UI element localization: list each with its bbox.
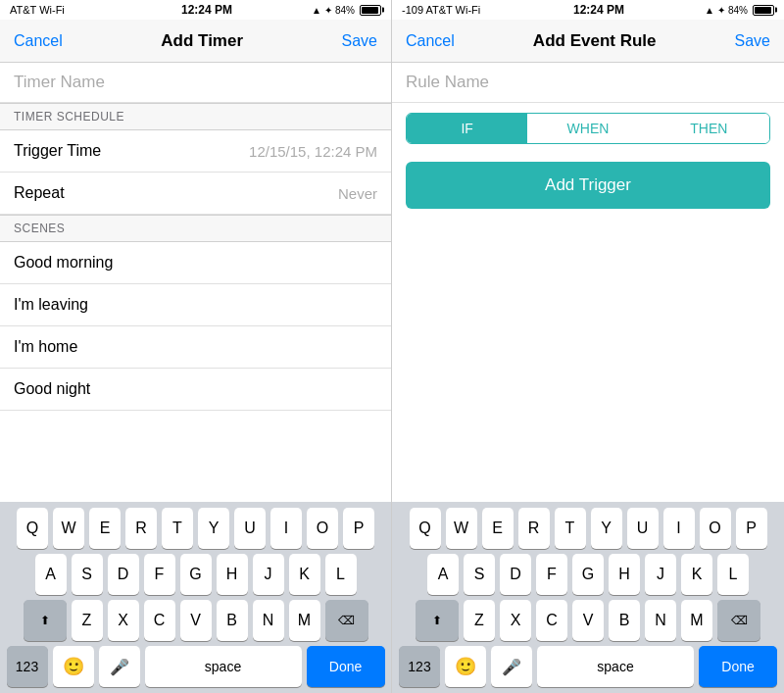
rule-name-input[interactable] (406, 73, 770, 92)
key-d-right[interactable]: D (500, 554, 531, 595)
key-b-right[interactable]: B (609, 600, 640, 641)
key-g-right[interactable]: G (572, 554, 604, 595)
carrier-right: -109 AT&T Wi-Fi (402, 4, 480, 16)
key-d-left[interactable]: D (108, 554, 139, 595)
key-v-right[interactable]: V (572, 600, 604, 641)
key-k-right[interactable]: K (681, 554, 712, 595)
key-a-left[interactable]: A (35, 554, 67, 595)
key-n-right[interactable]: N (645, 600, 676, 641)
key-y-left[interactable]: Y (198, 508, 229, 549)
key-t-right[interactable]: T (555, 508, 586, 549)
key-a-right[interactable]: A (427, 554, 459, 595)
key-l-left[interactable]: L (325, 554, 357, 595)
key-p-right[interactable]: P (736, 508, 767, 549)
keyboard-row1-right: Q W E R T Y U I O P (395, 508, 781, 549)
emoji-key-left[interactable]: 🙂 (53, 646, 94, 687)
if-when-then-tabs: IF WHEN THEN (406, 113, 770, 144)
space-key-right[interactable]: space (537, 646, 694, 687)
key-o-left[interactable]: O (307, 508, 338, 549)
key-s-right[interactable]: S (464, 554, 495, 595)
rule-name-container (392, 63, 784, 103)
keyboard-row1-left: Q W E R T Y U I O P (3, 508, 388, 549)
emoji-key-right[interactable]: 🙂 (445, 646, 486, 687)
key-m-right[interactable]: M (681, 600, 712, 641)
scene-item-2[interactable]: I'm home (0, 326, 391, 369)
mic-key-right[interactable]: 🎤 (491, 646, 532, 687)
key-u-left[interactable]: U (234, 508, 266, 549)
key-m-left[interactable]: M (289, 600, 320, 641)
keyboard-right: Q W E R T Y U I O P A S D F G H J K L ⬆ … (392, 502, 784, 693)
battery-text-left: 84% (335, 5, 355, 16)
content-right: IF WHEN THEN Add Trigger (392, 63, 784, 502)
timer-name-input[interactable] (14, 73, 377, 92)
key-q-left[interactable]: Q (17, 508, 48, 549)
key-u-right[interactable]: U (627, 508, 659, 549)
done-key-right[interactable]: Done (699, 646, 777, 687)
key-o-right[interactable]: O (700, 508, 731, 549)
timer-schedule-header: TIMER SCHEDULE (0, 103, 391, 130)
key-l-right[interactable]: L (717, 554, 749, 595)
key-i-right[interactable]: I (663, 508, 695, 549)
signal-icon-right: ▲ (705, 5, 714, 16)
key-j-left[interactable]: J (253, 554, 284, 595)
done-key-left[interactable]: Done (307, 646, 385, 687)
tab-when[interactable]: WHEN (527, 114, 648, 143)
delete-key-left[interactable]: ⌫ (325, 600, 368, 641)
key-i-left[interactable]: I (270, 508, 302, 549)
key-j-right[interactable]: J (645, 554, 676, 595)
tab-then[interactable]: THEN (649, 114, 769, 143)
key-s-left[interactable]: S (72, 554, 103, 595)
space-key-left[interactable]: space (145, 646, 302, 687)
key-h-left[interactable]: H (217, 554, 248, 595)
scene-item-3[interactable]: Good night (0, 369, 391, 411)
add-trigger-button[interactable]: Add Trigger (406, 162, 770, 209)
key-q-right[interactable]: Q (410, 508, 441, 549)
key-e-left[interactable]: E (89, 508, 121, 549)
carrier-left: AT&T Wi-Fi (10, 4, 65, 16)
scene-item-0[interactable]: Good morning (0, 242, 391, 284)
keyboard-bottom-right: 123 🙂 🎤 space Done (395, 646, 781, 687)
save-button-left[interactable]: Save (342, 32, 377, 50)
shift-key-left[interactable]: ⬆ (24, 600, 67, 641)
status-left-right: -109 AT&T Wi-Fi (402, 4, 480, 16)
num-key-left[interactable]: 123 (7, 646, 48, 687)
repeat-row[interactable]: Repeat Never (0, 173, 391, 215)
key-w-right[interactable]: W (446, 508, 477, 549)
key-f-left[interactable]: F (144, 554, 175, 595)
key-k-left[interactable]: K (289, 554, 320, 595)
scenes-header: SCENES (0, 215, 391, 242)
key-y-right[interactable]: Y (591, 508, 622, 549)
key-n-left[interactable]: N (253, 600, 284, 641)
key-e-right[interactable]: E (482, 508, 514, 549)
page-title-right: Add Event Rule (533, 31, 657, 51)
key-c-left[interactable]: C (144, 600, 175, 641)
save-button-right[interactable]: Save (735, 32, 770, 50)
key-t-left[interactable]: T (162, 508, 193, 549)
key-r-right[interactable]: R (518, 508, 550, 549)
key-b-left[interactable]: B (217, 600, 248, 641)
timer-name-container (0, 63, 391, 103)
key-z-left[interactable]: Z (72, 600, 103, 641)
key-c-right[interactable]: C (536, 600, 567, 641)
key-x-right[interactable]: X (500, 600, 531, 641)
key-w-left[interactable]: W (53, 508, 84, 549)
trigger-time-row[interactable]: Trigger Time 12/15/15, 12:24 PM (0, 130, 391, 173)
key-f-right[interactable]: F (536, 554, 567, 595)
keyboard-row2-left: A S D F G H J K L (3, 554, 388, 595)
scene-item-1[interactable]: I'm leaving (0, 284, 391, 326)
cancel-button-right[interactable]: Cancel (406, 32, 455, 50)
mic-key-left[interactable]: 🎤 (99, 646, 140, 687)
shift-key-right[interactable]: ⬆ (416, 600, 459, 641)
key-p-left[interactable]: P (343, 508, 374, 549)
key-z-right[interactable]: Z (464, 600, 495, 641)
key-r-left[interactable]: R (125, 508, 157, 549)
num-key-right[interactable]: 123 (399, 646, 440, 687)
key-h-right[interactable]: H (609, 554, 640, 595)
cancel-button-left[interactable]: Cancel (14, 32, 63, 50)
key-x-left[interactable]: X (108, 600, 139, 641)
tab-if[interactable]: IF (407, 114, 527, 143)
key-g-left[interactable]: G (180, 554, 212, 595)
key-v-left[interactable]: V (180, 600, 212, 641)
signal-icon-left: ▲ (312, 5, 321, 16)
delete-key-right[interactable]: ⌫ (717, 600, 760, 641)
